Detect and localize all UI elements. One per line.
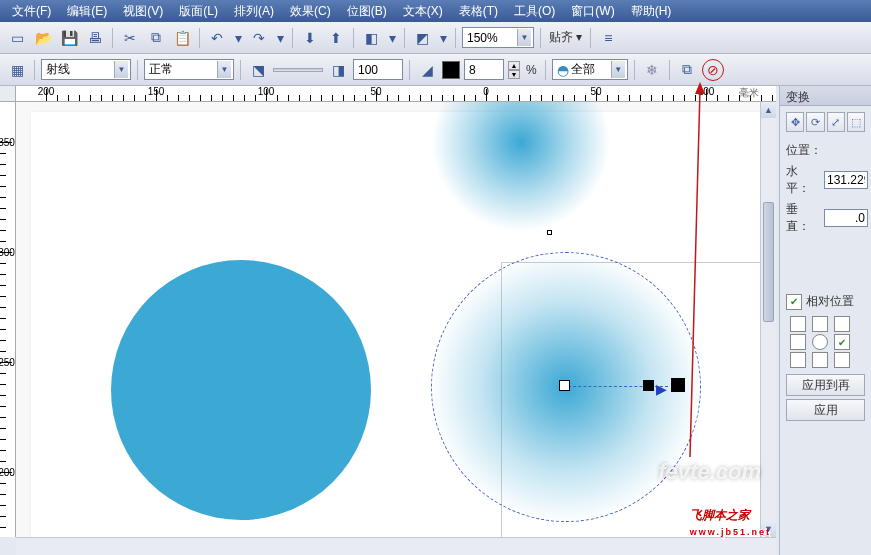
menu-arrange[interactable]: 排列(A) [228, 1, 280, 22]
chevron-down-icon[interactable]: ▼ [217, 61, 231, 78]
welcome-icon[interactable]: ◩ [411, 27, 433, 49]
edit-transparency-icon[interactable]: ▦ [6, 59, 28, 81]
app-launch-icon[interactable]: ◧ [360, 27, 382, 49]
redo-dropdown-icon[interactable]: ▾ [274, 27, 286, 49]
scrollbar-thumb[interactable] [763, 202, 774, 322]
menu-file[interactable]: 文件(F) [6, 1, 57, 22]
vertical-input[interactable] [824, 209, 868, 227]
paste-icon[interactable]: 📋 [171, 27, 193, 49]
apply-duplicate-button[interactable]: 应用到再 [786, 374, 865, 396]
selection-center-marker[interactable] [547, 230, 552, 235]
blend-mode-value: 正常 [149, 61, 217, 78]
anchor-bl[interactable] [790, 352, 806, 368]
copy-properties-icon[interactable]: ⧉ [676, 59, 698, 81]
gradient-mid-handle[interactable] [643, 380, 654, 391]
spinner-down[interactable]: ▼ [508, 70, 520, 79]
anchor-center[interactable] [812, 334, 828, 350]
transparency-slider[interactable] [273, 68, 323, 72]
menu-table[interactable]: 表格(T) [453, 1, 504, 22]
menu-edit[interactable]: 编辑(E) [61, 1, 113, 22]
open-icon[interactable]: 📂 [32, 27, 54, 49]
svg-marker-1 [695, 82, 705, 94]
anchor-tl[interactable] [790, 316, 806, 332]
menu-layout[interactable]: 版面(L) [173, 1, 224, 22]
import-icon[interactable]: ⬇ [299, 27, 321, 49]
position-tab-icon[interactable]: ✥ [786, 112, 804, 132]
horizontal-input[interactable] [824, 171, 868, 189]
chevron-down-icon[interactable]: ▼ [517, 29, 531, 46]
transform-docker: 变换 ✥ ⟳ ⤢ ⬚ 位置： 水平： 垂直： 相对位置 [779, 86, 871, 555]
solid-circle-object[interactable] [111, 260, 371, 520]
fill-type-value: 射线 [46, 61, 114, 78]
zoom-input[interactable] [467, 29, 517, 46]
menu-bar: 文件(F) 编辑(E) 视图(V) 版面(L) 排列(A) 效果(C) 位图(B… [0, 0, 871, 22]
menu-help[interactable]: 帮助(H) [625, 1, 678, 22]
blend-mode-combo[interactable]: 正常 ▼ [144, 59, 234, 80]
anchor-mr[interactable] [834, 334, 850, 350]
snap-button[interactable]: 贴齐 ▾ [547, 29, 584, 46]
undo-icon[interactable]: ↶ [206, 27, 228, 49]
chevron-down-icon[interactable]: ▼ [611, 61, 625, 78]
spinner-up[interactable]: ▲ [508, 61, 520, 70]
gradient-end-handle[interactable] [671, 378, 685, 392]
start-color-swatch[interactable] [442, 61, 460, 79]
redo-icon[interactable]: ↷ [248, 27, 270, 49]
docker-title[interactable]: 变换 [780, 86, 871, 106]
transparency-input[interactable] [358, 61, 388, 78]
edge-input[interactable] [469, 61, 491, 78]
fill-type-combo[interactable]: 射线 ▼ [41, 59, 131, 80]
export-icon[interactable]: ⬆ [325, 27, 347, 49]
apply-button[interactable]: 应用 [786, 399, 865, 421]
undo-dropdown-icon[interactable]: ▾ [232, 27, 244, 49]
print-icon[interactable]: 🖶 [84, 27, 106, 49]
menu-tools[interactable]: 工具(O) [508, 1, 561, 22]
position-label: 位置： [786, 142, 822, 159]
gradient-start-handle[interactable] [559, 380, 570, 391]
end-transparency-icon[interactable]: ◨ [327, 59, 349, 81]
scroll-up-icon[interactable]: ▲ [761, 102, 776, 118]
radial-gradient-object-top[interactable] [431, 102, 611, 232]
edge-value[interactable] [464, 59, 504, 80]
anchor-tr[interactable] [834, 316, 850, 332]
menu-window[interactable]: 窗口(W) [565, 1, 620, 22]
anchor-grid [790, 316, 865, 368]
zoom-combo[interactable]: ▼ [462, 27, 534, 48]
horizontal-scrollbar[interactable] [16, 537, 776, 555]
transform-type-icons: ✥ ⟳ ⤢ ⬚ [786, 112, 865, 132]
vertical-ruler[interactable]: 350300250200 [0, 102, 16, 537]
annotation-arrow [700, 82, 702, 452]
anchor-br[interactable] [834, 352, 850, 368]
menu-text[interactable]: 文本(X) [397, 1, 449, 22]
app-launch-dropdown[interactable]: ▾ [386, 27, 398, 49]
copy-icon[interactable]: ⧉ [145, 27, 167, 49]
chevron-down-icon[interactable]: ▼ [114, 61, 128, 78]
percent-label: % [524, 63, 539, 77]
vertical-label: 垂直： [786, 201, 820, 235]
scale-tab-icon[interactable]: ⤢ [827, 112, 845, 132]
anchor-bc[interactable] [812, 352, 828, 368]
ruler-origin[interactable] [0, 86, 16, 102]
size-tab-icon[interactable]: ⬚ [847, 112, 865, 132]
gradient-edit-icon[interactable]: ◢ [416, 59, 438, 81]
welcome-dropdown[interactable]: ▾ [437, 27, 449, 49]
watermark-fevte: fevte.com [658, 459, 761, 485]
horizontal-ruler[interactable]: 20015010050050100 [16, 86, 776, 102]
menu-view[interactable]: 视图(V) [117, 1, 169, 22]
menu-bitmap[interactable]: 位图(B) [341, 1, 393, 22]
relative-checkbox[interactable] [786, 294, 802, 310]
menu-effects[interactable]: 效果(C) [284, 1, 337, 22]
rotate-tab-icon[interactable]: ⟳ [806, 112, 824, 132]
anchor-tc[interactable] [812, 316, 828, 332]
target-icon: ◓ [557, 62, 569, 78]
clear-transparency-icon[interactable]: ⊘ [702, 59, 724, 81]
start-transparency-icon[interactable]: ⬔ [247, 59, 269, 81]
save-icon[interactable]: 💾 [58, 27, 80, 49]
new-doc-icon[interactable]: ▭ [6, 27, 28, 49]
freeze-icon[interactable]: ❄ [641, 59, 663, 81]
anchor-ml[interactable] [790, 334, 806, 350]
apply-target-combo[interactable]: ◓ 全部 ▼ [552, 59, 628, 80]
options-icon[interactable]: ≡ [597, 27, 619, 49]
vertical-scrollbar[interactable]: ▲ ▼ [760, 102, 776, 537]
cut-icon[interactable]: ✂ [119, 27, 141, 49]
transparency-value[interactable] [353, 59, 403, 80]
